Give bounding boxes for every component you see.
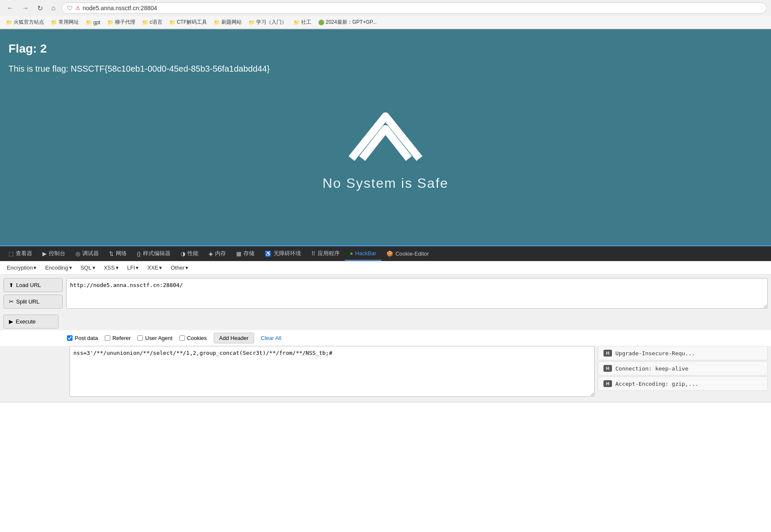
chevron-down-icon: ▾ bbox=[34, 265, 36, 271]
menu-encoding[interactable]: Encoding ▾ bbox=[42, 263, 75, 273]
menu-xxe[interactable]: XXE ▾ bbox=[144, 263, 165, 273]
execute-area: ▶ Execute bbox=[3, 314, 768, 329]
bookmark-ctf-decoder[interactable]: 📁 CTF解码工具 bbox=[167, 18, 210, 27]
bookmark-label: 学习（入门） bbox=[256, 19, 287, 26]
tab-label: Cookie-Editor bbox=[395, 251, 429, 257]
header-panel-1: H Connection: keep-alive bbox=[598, 361, 768, 376]
header-panels: H Upgrade-Insecure-Requ... H Connection:… bbox=[598, 346, 768, 398]
bookmark-label: 社工 bbox=[301, 19, 311, 26]
tab-storage[interactable]: ▦ 存储 bbox=[231, 246, 260, 261]
hackbar-url-row: ⬆ Load URL ✂ Split URL bbox=[0, 275, 771, 314]
flag-value: This is true flag: NSSCTF{58c10eb1-00d0-… bbox=[8, 64, 270, 74]
split-url-label: Split URL bbox=[16, 298, 39, 305]
menu-sql[interactable]: SQL ▾ bbox=[77, 263, 99, 273]
bookmark-learning[interactable]: 📁 学习（入门） bbox=[246, 18, 289, 27]
execute-label: Execute bbox=[16, 318, 36, 325]
reload-button[interactable]: ↻ bbox=[35, 3, 45, 13]
folder-icon: 📁 bbox=[6, 19, 12, 25]
tab-style-editor[interactable]: {} 样式编辑器 bbox=[132, 246, 176, 261]
split-icon: ✂ bbox=[9, 298, 14, 305]
security-icon: 🛡 bbox=[67, 5, 73, 11]
folder-icon: 📁 bbox=[142, 19, 148, 25]
user-agent-label: User Agent bbox=[145, 335, 172, 341]
tab-cookie-editor[interactable]: 🍪 Cookie-Editor bbox=[381, 247, 434, 260]
chevron-down-icon: ▾ bbox=[92, 265, 95, 271]
tab-network[interactable]: ⇅ 网络 bbox=[104, 246, 132, 261]
home-button[interactable]: ⌂ bbox=[49, 3, 58, 13]
referer-label: Referer bbox=[112, 335, 131, 341]
post-data-checkbox[interactable] bbox=[67, 335, 73, 341]
menu-encryption[interactable]: Encryption ▾ bbox=[3, 263, 40, 273]
execute-button[interactable]: ▶ Execute bbox=[3, 315, 59, 329]
bookmark-foxofficial[interactable]: 📁 火狐官方站点 bbox=[3, 18, 47, 27]
split-url-button[interactable]: ✂ Split URL bbox=[3, 295, 63, 309]
menu-label: LFI bbox=[127, 265, 135, 271]
bookmark-social[interactable]: 📁 社工 bbox=[291, 18, 314, 27]
bookmark-label: 常用网址 bbox=[59, 19, 79, 26]
style-icon: {} bbox=[137, 251, 141, 257]
menu-lfi[interactable]: LFI ▾ bbox=[124, 263, 142, 273]
tab-memory[interactable]: ◈ 内存 bbox=[204, 246, 231, 261]
referer-checkbox[interactable] bbox=[105, 335, 110, 341]
cookies-checkbox-label[interactable]: Cookies bbox=[179, 335, 207, 341]
hackbar-panel: Encryption ▾ Encoding ▾ SQL ▾ XSS ▾ LFI … bbox=[0, 261, 771, 402]
post-data-input[interactable] bbox=[70, 346, 595, 397]
bookmark-proxy[interactable]: 📁 梯子代理 bbox=[105, 18, 138, 27]
tab-label: 查看器 bbox=[16, 250, 32, 257]
referer-checkbox-label[interactable]: Referer bbox=[105, 335, 131, 341]
post-data-checkbox-label[interactable]: Post data bbox=[67, 335, 98, 341]
add-header-button[interactable]: Add Header bbox=[214, 333, 254, 343]
chevron-down-icon: ▾ bbox=[136, 265, 139, 271]
menu-xss[interactable]: XSS ▾ bbox=[101, 263, 122, 273]
address-bar[interactable]: 🛡 ⚠ node5.anna.nssctf.cn:28804 bbox=[61, 3, 767, 14]
accessibility-icon: ♿ bbox=[265, 251, 271, 257]
header-text: Connection: keep-alive bbox=[615, 365, 688, 372]
tab-inspector[interactable]: ⬚ 查看器 bbox=[3, 246, 37, 261]
browser-nav: ← → ↻ ⌂ 🛡 ⚠ node5.anna.nssctf.cn:28804 bbox=[0, 0, 771, 16]
folder-icon: 📁 bbox=[214, 19, 220, 25]
tab-hackbar[interactable]: ● HackBar bbox=[345, 247, 382, 261]
h-badge: H bbox=[603, 350, 612, 357]
back-button[interactable]: ← bbox=[4, 3, 16, 13]
tab-console[interactable]: ▶ 控制台 bbox=[37, 246, 70, 261]
forward-button[interactable]: → bbox=[20, 3, 31, 13]
post-data-area: H Upgrade-Insecure-Requ... H Connection:… bbox=[0, 346, 771, 402]
tab-performance[interactable]: ◑ 性能 bbox=[176, 246, 204, 261]
menu-label: XXE bbox=[147, 265, 158, 271]
bookmark-common-urls[interactable]: 📁 常用网址 bbox=[48, 18, 81, 27]
menu-other[interactable]: Other ▾ bbox=[167, 263, 192, 273]
tab-label: 应用程序 bbox=[318, 250, 340, 257]
user-agent-checkbox[interactable] bbox=[137, 335, 143, 341]
performance-icon: ◑ bbox=[181, 251, 185, 257]
url-input[interactable] bbox=[66, 278, 768, 309]
h-badge: H bbox=[603, 380, 612, 387]
load-url-button[interactable]: ⬆ Load URL bbox=[3, 278, 63, 292]
post-data-label: Post data bbox=[75, 335, 98, 341]
url-display: node5.anna.nssctf.cn:28804 bbox=[83, 5, 157, 11]
tab-accessibility[interactable]: ♿ 无障碍环境 bbox=[260, 246, 306, 261]
bookmark-practice[interactable]: 📁 刷题网站 bbox=[211, 18, 244, 27]
tab-application[interactable]: ⠿ 应用程序 bbox=[306, 246, 345, 261]
url-input-area bbox=[66, 278, 768, 310]
cookies-checkbox[interactable] bbox=[179, 335, 185, 341]
folder-icon: 📁 bbox=[249, 19, 255, 25]
bookmark-label: gpt bbox=[93, 19, 101, 25]
folder-icon: 📁 bbox=[107, 19, 114, 25]
bookmarks-bar: 📁 火狐官方站点 📁 常用网址 📁 gpt 📁 梯子代理 📁 c语言 📁 CTF… bbox=[0, 16, 771, 29]
tab-debugger[interactable]: ◎ 调试器 bbox=[70, 246, 104, 261]
tab-label: 调试器 bbox=[82, 250, 99, 257]
bookmark-label: 梯子代理 bbox=[115, 19, 135, 26]
header-panel-2: H Accept-Encoding: gzip,... bbox=[598, 376, 768, 391]
tab-label: 控制台 bbox=[49, 250, 65, 257]
user-agent-checkbox-label[interactable]: User Agent bbox=[137, 335, 172, 341]
logo-text: No System is Safe bbox=[322, 175, 448, 191]
bookmark-label: 刷题网站 bbox=[221, 19, 242, 26]
folder-icon: 📁 bbox=[86, 19, 92, 25]
chevron-down-icon: ▾ bbox=[69, 265, 72, 271]
bookmark-2024[interactable]: 🟢 2024最新：GPT+GP... bbox=[316, 18, 379, 27]
memory-icon: ◈ bbox=[209, 251, 213, 257]
clear-all-button[interactable]: Clear All bbox=[261, 335, 281, 341]
bookmark-clang[interactable]: 📁 c语言 bbox=[140, 18, 165, 27]
bookmark-gpt[interactable]: 📁 gpt bbox=[83, 19, 103, 26]
h-badge: H bbox=[603, 365, 612, 372]
